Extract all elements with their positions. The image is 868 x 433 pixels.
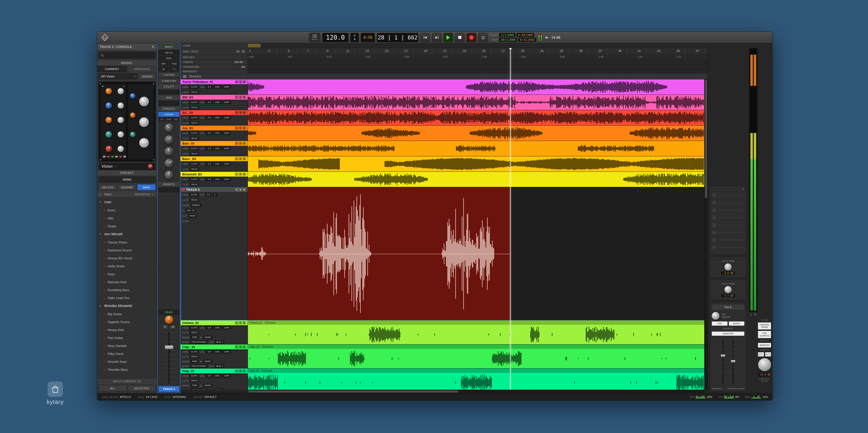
pan-right-value[interactable]: 100R bbox=[222, 131, 231, 135]
solo-button[interactable]: S bbox=[239, 157, 242, 161]
range-start-bars[interactable]: 1|1|000 bbox=[499, 33, 515, 37]
output-value[interactable]: BUS 1 bbox=[215, 340, 224, 344]
track-lane[interactable] bbox=[248, 79, 704, 94]
vision-emulation-button[interactable]: VISION bbox=[158, 112, 179, 117]
track-name-bar[interactable]: Bass _B1●SM bbox=[181, 156, 248, 161]
arm-button[interactable]: ● bbox=[235, 321, 238, 324]
pan-right-value[interactable]: 100R bbox=[222, 85, 231, 89]
monitor-fader[interactable] bbox=[730, 339, 736, 385]
cvox-plugin-button[interactable]: C-Suite C-Vox bbox=[158, 78, 179, 84]
strip-knob[interactable] bbox=[118, 131, 124, 138]
strip-knob[interactable] bbox=[130, 93, 135, 98]
track-header[interactable]: Clap _01●SMVIEWCLIPSVOL-3.0100L100RAUTOR… bbox=[181, 344, 248, 368]
preset-group[interactable]: ▾User bbox=[97, 198, 157, 206]
clips-select[interactable]: CLIPS bbox=[189, 116, 199, 120]
arm-button[interactable]: ● bbox=[235, 126, 238, 129]
strip-tab-dyn[interactable]: DYN bbox=[166, 117, 173, 121]
signature-value[interactable]: 4/4 bbox=[241, 65, 245, 68]
pan-right-value[interactable]: 100R bbox=[222, 350, 231, 354]
vertical-scrollbar[interactable] bbox=[704, 79, 708, 390]
midi-input-select[interactable]: None bbox=[158, 56, 179, 60]
strip-button[interactable] bbox=[111, 155, 114, 158]
clips-select[interactable]: CLIPS bbox=[189, 100, 199, 104]
go-to-start-button[interactable] bbox=[421, 33, 430, 42]
filter-button[interactable] bbox=[169, 67, 179, 71]
mute-button[interactable]: M bbox=[243, 157, 246, 161]
strip-knob[interactable] bbox=[118, 103, 124, 109]
track-name-bar[interactable]: Clap_03●SM bbox=[181, 369, 248, 373]
automation-mode[interactable]: READ bbox=[190, 90, 199, 94]
talkback-fader[interactable] bbox=[720, 339, 726, 385]
monitor-volume[interactable]: -19 dB bbox=[545, 35, 560, 40]
markers-lane[interactable] bbox=[248, 69, 708, 74]
track-lane[interactable]: Clap_030.00 semi bbox=[248, 369, 704, 390]
clip-header[interactable]: Chimes_010.00 semi bbox=[248, 320, 704, 325]
fader-cap[interactable] bbox=[721, 354, 725, 357]
pan-left-value[interactable]: 100L bbox=[214, 116, 221, 120]
apply-selected-button[interactable]: SELECTED bbox=[128, 385, 156, 391]
preset-item[interactable]: –Massive Kick bbox=[97, 278, 157, 286]
strip-knob[interactable] bbox=[130, 132, 135, 137]
rename-button[interactable]: RENAME bbox=[118, 184, 136, 190]
playhead-position-display[interactable]: 28 | 1 | 662 bbox=[377, 33, 418, 42]
send-slot[interactable]: + bbox=[711, 191, 745, 199]
mode-value[interactable]: TIME bbox=[190, 384, 199, 387]
input-value[interactable]: NONE bbox=[203, 359, 213, 363]
track-lane[interactable] bbox=[248, 95, 704, 110]
mono-button[interactable]: MONO bbox=[729, 321, 745, 326]
control-room-button[interactable]: CONTROL ROOM bbox=[758, 322, 771, 329]
track-header[interactable]: Clap_03●SMVIEWCLIPSVOL-3.0100L100RAUTORE… bbox=[181, 369, 248, 390]
clips-select[interactable]: CLIPS bbox=[189, 162, 199, 166]
pan-left-value[interactable]: 100L bbox=[214, 162, 221, 166]
strip-knob[interactable] bbox=[139, 97, 149, 106]
track-name-bar[interactable]: TRACK 5●SM bbox=[181, 187, 248, 192]
model-select[interactable]: API Vision▾ bbox=[99, 74, 137, 79]
arm-button[interactable]: ● bbox=[235, 157, 238, 161]
volume-knob[interactable] bbox=[758, 358, 771, 371]
volume-value[interactable]: -3.0 bbox=[206, 326, 213, 329]
dim-amount-knob[interactable] bbox=[712, 312, 719, 320]
range-stop-time[interactable]: 0:51|692 bbox=[518, 38, 536, 42]
arm-button[interactable]: ● bbox=[235, 111, 238, 114]
preset-search[interactable] bbox=[99, 52, 156, 59]
alt1-trim-knob[interactable] bbox=[724, 263, 732, 270]
range-start-time[interactable]: 0:00|000 bbox=[517, 33, 534, 37]
volume-value[interactable]: -3.0 bbox=[206, 131, 213, 135]
loop-lane[interactable] bbox=[248, 43, 708, 48]
preset-item[interactable]: –Keys bbox=[97, 270, 157, 278]
apply-all-button[interactable]: ALL bbox=[99, 385, 127, 391]
preset-item[interactable]: –Gigantic Drums bbox=[97, 318, 157, 326]
volume-value[interactable]: -3.0 bbox=[206, 100, 213, 104]
bar-ruler[interactable]: 1357911131517192123252729313335373941434… bbox=[248, 48, 708, 55]
preset-item[interactable]: –Snare bbox=[97, 222, 157, 230]
automation-mode[interactable]: READ bbox=[190, 106, 199, 110]
strip-knob[interactable] bbox=[105, 103, 112, 109]
mute-button[interactable]: M bbox=[243, 321, 246, 324]
track-header[interactable]: 808_B3●SMVIEWCLIPSVOL-3.0100L100RAUTOREA… bbox=[181, 95, 248, 110]
track-lane[interactable] bbox=[248, 125, 704, 141]
insert-slot[interactable] bbox=[158, 187, 179, 192]
preset-item[interactable]: –Silky Vocal bbox=[97, 349, 157, 357]
solo-button[interactable]: S bbox=[239, 80, 242, 84]
strip-knob[interactable] bbox=[139, 117, 149, 127]
alt2-trim-value[interactable]: -7.7 dB bbox=[721, 294, 735, 297]
control-room-volume-knob[interactable] bbox=[758, 358, 771, 372]
track-header[interactable]: TRACK 5●SMVIEWCLIPSVOL0.0CAUTOREADMODETE… bbox=[181, 187, 248, 320]
mute-button[interactable]: M bbox=[243, 345, 246, 349]
play-button[interactable] bbox=[444, 33, 453, 42]
clip-header[interactable]: Clap _010.00 semi bbox=[248, 344, 704, 349]
mode-value[interactable]: TIME bbox=[190, 359, 199, 363]
time-signature-display[interactable]: 4 4 bbox=[350, 33, 359, 42]
scrollbar-thumb[interactable] bbox=[248, 391, 458, 393]
close-icon[interactable]: ✕ bbox=[151, 45, 155, 49]
mute-button[interactable]: M bbox=[243, 80, 246, 84]
arm-button[interactable]: ● bbox=[235, 345, 238, 349]
track-lane[interactable]: Chimes_010.00 semi bbox=[248, 320, 704, 344]
mute-button[interactable]: M bbox=[243, 95, 246, 99]
arm-button[interactable]: ● bbox=[235, 172, 238, 176]
pan-left-value[interactable]: 100L bbox=[214, 177, 221, 181]
control-room-volume-value[interactable]: -29.0 dB bbox=[758, 373, 771, 376]
preset-select[interactable]: NONE bbox=[99, 177, 156, 182]
preset-item[interactable]: –Pop Guitar bbox=[97, 334, 157, 342]
talk-button[interactable]: TALK bbox=[712, 304, 744, 310]
